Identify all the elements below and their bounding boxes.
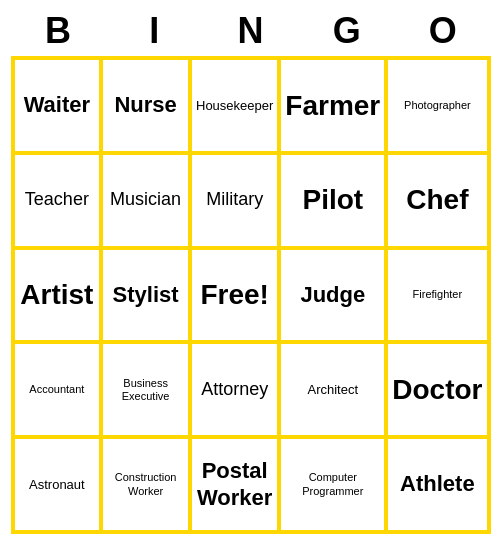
bingo-cell: Military xyxy=(190,153,279,248)
bingo-cell: Attorney xyxy=(190,342,279,437)
cell-text: Nurse xyxy=(114,92,176,118)
header-letter: I xyxy=(110,10,198,52)
bingo-cell: Judge xyxy=(279,248,386,343)
bingo-cell: Accountant xyxy=(13,342,102,437)
cell-text: Farmer xyxy=(285,89,380,123)
bingo-cell: Nurse xyxy=(101,58,190,153)
bingo-cell: Chef xyxy=(386,153,488,248)
bingo-cell: Artist xyxy=(13,248,102,343)
cell-text: Athlete xyxy=(400,471,475,497)
cell-text: Military xyxy=(206,189,263,211)
cell-text: Doctor xyxy=(392,373,482,407)
cell-text: Stylist xyxy=(113,282,179,308)
bingo-header: BINGO xyxy=(10,10,491,52)
header-letter: G xyxy=(303,10,391,52)
header-letter: N xyxy=(206,10,294,52)
cell-text: Free! xyxy=(200,278,268,312)
cell-text: Waiter xyxy=(24,92,90,118)
bingo-cell: Free! xyxy=(190,248,279,343)
bingo-cell: Astronaut xyxy=(13,437,102,532)
cell-text: Astronaut xyxy=(29,477,85,493)
cell-text: Chef xyxy=(406,183,468,217)
bingo-cell: Farmer xyxy=(279,58,386,153)
bingo-cell: Architect xyxy=(279,342,386,437)
cell-text: Postal Worker xyxy=(196,458,273,511)
cell-text: Photographer xyxy=(404,99,471,112)
cell-text: Firefighter xyxy=(413,288,463,301)
cell-text: Pilot xyxy=(302,183,363,217)
bingo-cell: Firefighter xyxy=(386,248,488,343)
cell-text: Accountant xyxy=(29,383,84,396)
cell-text: Attorney xyxy=(201,379,268,401)
cell-text: Construction Worker xyxy=(107,471,184,497)
header-letter: O xyxy=(399,10,487,52)
bingo-cell: Waiter xyxy=(13,58,102,153)
bingo-cell: Athlete xyxy=(386,437,488,532)
bingo-cell: Pilot xyxy=(279,153,386,248)
bingo-cell: Stylist xyxy=(101,248,190,343)
bingo-cell: Construction Worker xyxy=(101,437,190,532)
bingo-cell: Business Executive xyxy=(101,342,190,437)
bingo-cell: Postal Worker xyxy=(190,437,279,532)
cell-text: Teacher xyxy=(25,189,89,211)
bingo-cell: Doctor xyxy=(386,342,488,437)
cell-text: Housekeeper xyxy=(196,98,273,114)
cell-text: Business Executive xyxy=(107,377,184,403)
bingo-cell: Musician xyxy=(101,153,190,248)
bingo-grid: WaiterNurseHousekeeperFarmerPhotographer… xyxy=(11,56,491,534)
cell-text: Artist xyxy=(20,278,93,312)
cell-text: Musician xyxy=(110,189,181,211)
cell-text: Judge xyxy=(300,282,365,308)
cell-text: Computer Programmer xyxy=(285,471,380,497)
bingo-cell: Computer Programmer xyxy=(279,437,386,532)
bingo-cell: Teacher xyxy=(13,153,102,248)
bingo-cell: Photographer xyxy=(386,58,488,153)
bingo-cell: Housekeeper xyxy=(190,58,279,153)
cell-text: Architect xyxy=(308,382,359,398)
header-letter: B xyxy=(14,10,102,52)
